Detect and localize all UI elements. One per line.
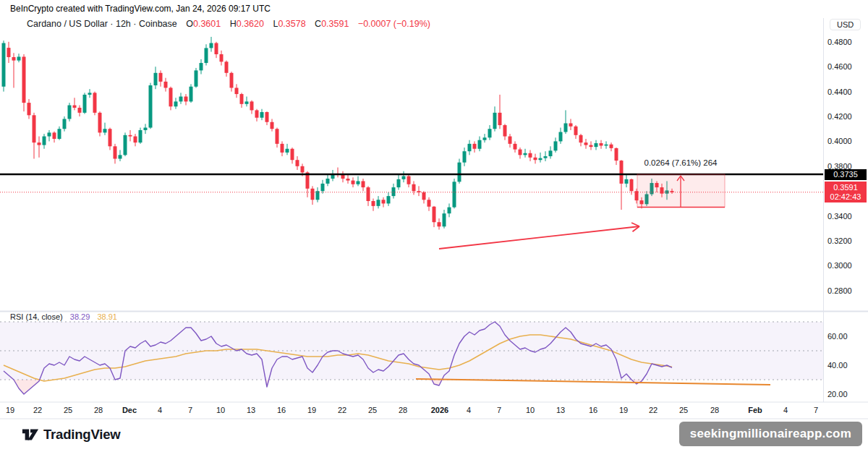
time-axis-tick: 7 <box>188 406 192 414</box>
time-axis-tick: 7 <box>497 406 501 414</box>
time-axis-tick: 2026 <box>431 406 448 414</box>
time-axis-tick: 22 <box>33 406 42 414</box>
time-axis-tick: 10 <box>216 406 225 414</box>
price-axis-tick: 0.3200 <box>827 236 852 245</box>
price-axis-tick: 0.4000 <box>827 137 852 145</box>
footer-bar: TradingView seekingmillionaireapp.com <box>0 419 868 452</box>
time-axis-tick: 22 <box>338 406 346 414</box>
last-price-value: 0.3591 <box>825 183 867 192</box>
tradingview-brand: TradingView <box>22 425 120 444</box>
countdown-timer: 02:42:43 <box>825 192 867 202</box>
tradingview-chart-page: BeInCrypto created with TradingView.com,… <box>0 0 868 452</box>
time-axis-tick: 16 <box>589 406 597 414</box>
time-axis-tick: 19 <box>307 406 316 414</box>
time-axis-tick: 16 <box>277 406 286 414</box>
time-axis-tick: 25 <box>64 406 72 414</box>
last-price-label: 0.3591 02:42:43 <box>825 182 867 202</box>
rsi-axis-tick: 40.00 <box>827 361 848 370</box>
time-axis-tick: 4 <box>783 406 788 414</box>
time-axis-tick: Feb <box>748 406 762 414</box>
rsi-axis-tick: 20.00 <box>827 390 848 398</box>
rsi-value: 38.29 <box>70 312 90 321</box>
time-axis-tick: 13 <box>556 406 565 414</box>
time-axis-tick: 22 <box>649 406 658 414</box>
time-axis-tick: 28 <box>94 406 103 414</box>
time-axis-tick: 28 <box>399 406 407 414</box>
price-axis-tick: 0.4200 <box>827 112 852 121</box>
tradingview-wordmark: TradingView <box>43 427 120 443</box>
chart-canvas[interactable]: 0.48000.46000.44000.42000.40000.38000.34… <box>0 0 868 419</box>
rsi-legend: RSI (14, close) 38.29 38.91 <box>10 312 120 321</box>
rsi-ma-value: 38.91 <box>97 312 117 321</box>
tradingview-logo-icon <box>22 425 39 444</box>
watermark-badge: seekingmillionaireapp.com <box>679 422 862 446</box>
price-axis-tick: 0.2800 <box>827 286 852 295</box>
time-axis-tick: 7 <box>814 406 818 414</box>
time-axis-tick: 28 <box>710 406 719 414</box>
time-axis-tick: 25 <box>368 406 377 414</box>
time-axis-tick: Dec <box>122 406 137 414</box>
rsi-title: RSI (14, close) <box>10 312 63 321</box>
measure-tool-label: 0.0264 (7.61%) 264 <box>644 158 717 167</box>
rsi-axis-tick: 60.00 <box>827 332 848 341</box>
price-axis-tick: 0.3000 <box>827 261 852 270</box>
time-axis-tick: 4 <box>158 406 162 414</box>
price-axis-tick: 0.3400 <box>827 212 852 221</box>
price-axis-tick: 0.4800 <box>827 38 852 46</box>
time-axis-tick: 10 <box>526 406 535 414</box>
price-axis-tick: 0.4400 <box>827 88 852 96</box>
time-axis-tick: 19 <box>619 406 628 414</box>
time-axis-tick: 4 <box>467 406 471 414</box>
time-axis-tick: 13 <box>247 406 255 414</box>
time-axis-tick: 25 <box>679 406 688 414</box>
hline-price-label: 0.3735 <box>825 169 867 180</box>
price-axis-tick: 0.4600 <box>827 62 852 71</box>
time-axis-tick: 19 <box>6 406 14 414</box>
